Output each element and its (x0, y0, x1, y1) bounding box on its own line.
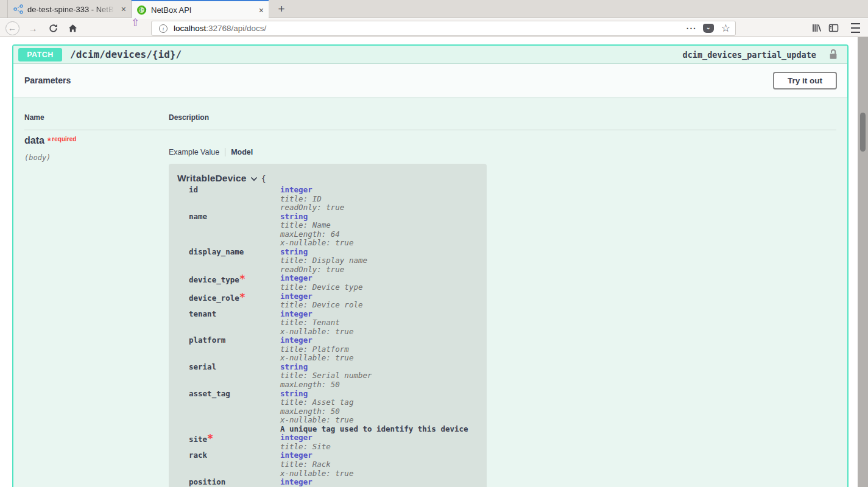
property-meta: stringtitle: Asset tagmaxLength: 50x-nul… (280, 390, 478, 434)
menu-button[interactable] (849, 19, 862, 37)
property-meta: stringtitle: NamemaxLength: 64x-nullable… (280, 212, 478, 248)
mouse-cursor-icon: ⇧ (131, 16, 139, 29)
model-property-row: rackintegertitle: Rackx-nullable: true (189, 451, 478, 478)
parameters-title: Parameters (24, 75, 71, 85)
unlocked-padlock-icon[interactable] (828, 49, 838, 60)
forward-button[interactable]: → (26, 19, 40, 37)
model-title-row: WritableDevice { (177, 172, 478, 184)
library-icon (812, 23, 822, 33)
tab-model[interactable]: Model (231, 148, 253, 156)
property-attribute: x-nullable: true (280, 354, 478, 363)
url-rest: :32768/api/docs/ (206, 24, 266, 33)
model-property-row: serialstringtitle: Serial numbermaxLengt… (189, 363, 478, 390)
try-it-out-button[interactable]: Try it out (773, 72, 837, 89)
netbox-topology-icon (13, 4, 23, 14)
property-name: name (189, 212, 280, 248)
property-attribute: title: Device type (280, 283, 478, 292)
property-attribute: maxLength: 50 (280, 380, 478, 390)
property-attribute: title: Serial number (280, 371, 478, 380)
reload-button[interactable] (45, 19, 61, 37)
model-property-row: namestringtitle: NamemaxLength: 64x-null… (189, 212, 478, 248)
hamburger-icon (851, 23, 860, 24)
property-meta: integertitle: Platformx-nullable: true (280, 336, 478, 363)
property-name: position (189, 478, 280, 487)
home-button[interactable] (65, 19, 80, 37)
operation-id: dcim_devices_partial_update (683, 50, 816, 60)
property-description: A unique tag used to identify this devic… (280, 425, 478, 434)
property-meta: integertitle: Rackx-nullable: true (280, 451, 478, 478)
property-name: device_role* (189, 292, 280, 310)
property-name: platform (189, 336, 280, 363)
property-attribute: title: Site (280, 443, 478, 452)
property-type: string (280, 363, 478, 372)
page-actions-icon[interactable]: ··· (686, 24, 697, 33)
tab-example-value[interactable]: Example Value (169, 148, 219, 156)
property-name: site* (189, 433, 280, 451)
method-badge: PATCH (18, 48, 62, 61)
property-attribute: title: Platform (280, 345, 478, 354)
model-property-row: device_type*integertitle: Device type (189, 274, 478, 292)
property-name: rack (189, 451, 280, 478)
property-name: tenant (189, 310, 280, 337)
property-meta: integertitle: Device role (280, 292, 478, 310)
open-brace: { (261, 174, 266, 183)
property-attribute: maxLength: 50 (280, 407, 478, 416)
property-type: integer (280, 451, 478, 460)
property-type: string (280, 248, 478, 257)
tab-title: de-test-spine-333 - NetB (27, 5, 118, 14)
property-type: integer (280, 310, 478, 319)
property-meta: integertitle: Tenantx-nullable: true (280, 310, 478, 337)
property-name: serial (189, 363, 280, 390)
table-header-divider (24, 130, 836, 130)
url-bar[interactable]: i localhost:32768/api/docs/ ··· ⌄ ☆ (151, 21, 736, 36)
tab-divider (225, 148, 225, 156)
tab-netbox-device[interactable]: de-test-spine-333 - NetB × (7, 0, 132, 18)
sidebar-icon (828, 23, 839, 33)
property-name: id (189, 186, 280, 212)
model-view-tabs: Example Value Model (169, 148, 253, 156)
url-host: localhost (174, 24, 206, 33)
tab-bar: de-test-spine-333 - NetB × {-} NetBox AP… (0, 0, 868, 18)
scrollbar-thumb[interactable] (860, 113, 866, 152)
vertical-scrollbar[interactable] (858, 37, 868, 487)
new-tab-button[interactable]: + (273, 1, 289, 17)
swagger-logo-icon: {-} (137, 5, 147, 15)
column-header-name: Name (24, 113, 44, 122)
library-button[interactable] (810, 19, 824, 37)
model-property-row: positionintegertitle: Position (U) (189, 478, 478, 487)
close-tab-icon[interactable]: × (121, 5, 126, 13)
property-name: device_type* (189, 274, 280, 292)
model-property-row: platformintegertitle: Platformx-nullable… (189, 336, 478, 363)
patch-opblock: PATCH /dcim/devices/{id}/ dcim_devices_p… (12, 44, 849, 487)
home-icon (68, 23, 78, 33)
sidebar-toggle-button[interactable] (827, 19, 840, 37)
model-property-row: site*integertitle: Site (189, 433, 478, 451)
url-text[interactable]: localhost:32768/api/docs/ (174, 24, 680, 33)
back-arrow-icon: ← (5, 21, 19, 35)
parameter-name: data*required (24, 135, 76, 146)
property-attribute: x-nullable: true (280, 416, 478, 425)
back-button[interactable]: ← (4, 19, 21, 37)
site-info-icon[interactable]: i (159, 24, 168, 33)
endpoint-path: /dcim/devices/{id}/ (70, 49, 182, 60)
collapse-model-icon[interactable] (250, 175, 258, 183)
model-property-row: tenantintegertitle: Tenantx-nullable: tr… (189, 310, 478, 337)
property-attribute: readOnly: true (280, 203, 478, 212)
close-tab-icon[interactable]: × (259, 6, 264, 15)
property-attribute: title: Device role (280, 301, 478, 310)
pocket-icon[interactable]: ⌄ (703, 24, 714, 33)
required-star: * (239, 291, 245, 303)
model-property-row: asset_tagstringtitle: Asset tagmaxLength… (189, 390, 478, 434)
column-header-description: Description (169, 113, 209, 122)
model-property-row: display_namestringtitle: Display namerea… (189, 248, 478, 275)
property-meta: integertitle: Site (280, 433, 478, 451)
property-type: string (280, 212, 478, 222)
required-label: required (52, 136, 76, 142)
property-attribute: title: Tenant (280, 318, 478, 328)
tab-netbox-api[interactable]: {-} NetBox API × (132, 0, 269, 19)
bookmark-star-icon[interactable]: ☆ (721, 23, 730, 33)
property-type: integer (280, 336, 478, 345)
required-star: * (207, 432, 213, 444)
opblock-summary[interactable]: PATCH /dcim/devices/{id}/ dcim_devices_p… (13, 46, 847, 64)
required-star: * (48, 136, 51, 145)
